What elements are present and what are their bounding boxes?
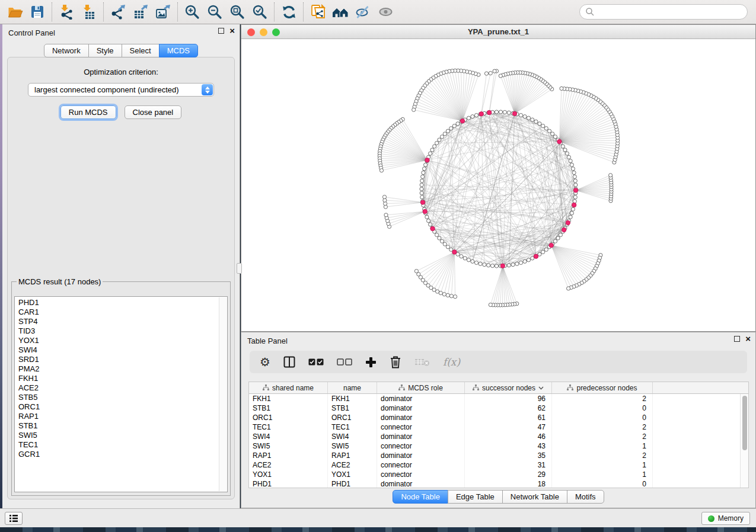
mcds-result-item[interactable]: ORC1 bbox=[18, 402, 227, 412]
network-node[interactable] bbox=[541, 250, 545, 254]
network-node[interactable] bbox=[571, 167, 575, 171]
network-node[interactable] bbox=[414, 270, 418, 273]
network-node[interactable] bbox=[489, 71, 492, 75]
network-node[interactable] bbox=[523, 115, 527, 118]
column-header-shared-name[interactable]: shared name bbox=[249, 382, 328, 393]
network-node[interactable] bbox=[560, 86, 563, 90]
mcds-result-item[interactable]: GCR1 bbox=[18, 450, 227, 459]
add-column-icon[interactable] bbox=[365, 357, 377, 368]
network-node[interactable] bbox=[382, 195, 386, 198]
table-scrollbar[interactable] bbox=[740, 394, 748, 488]
network-node[interactable] bbox=[527, 116, 530, 120]
mcds-hub-node[interactable] bbox=[557, 139, 562, 143]
mcds-hub-node[interactable] bbox=[452, 250, 457, 254]
close-panel-icon[interactable]: × bbox=[229, 28, 235, 34]
network-node[interactable] bbox=[440, 239, 444, 243]
select-all-icon[interactable] bbox=[308, 358, 324, 366]
network-node[interactable] bbox=[570, 163, 573, 166]
network-node[interactable] bbox=[571, 207, 575, 211]
network-node[interactable] bbox=[499, 74, 502, 78]
minimize-window-icon[interactable] bbox=[260, 28, 267, 36]
network-node[interactable] bbox=[531, 257, 534, 260]
network-canvas[interactable] bbox=[241, 39, 755, 331]
network-node[interactable] bbox=[452, 124, 456, 128]
hide-selected-icon[interactable] bbox=[352, 2, 374, 22]
scrollbar-thumb[interactable] bbox=[742, 396, 747, 450]
mcds-hub-node[interactable] bbox=[430, 226, 435, 230]
open-file-icon[interactable] bbox=[4, 2, 26, 22]
tab-network[interactable]: Network bbox=[44, 44, 89, 57]
network-node[interactable] bbox=[430, 148, 434, 152]
tab-network-table[interactable]: Network Table bbox=[502, 490, 567, 504]
network-node[interactable] bbox=[446, 129, 449, 133]
mcds-result-item[interactable]: SWI4 bbox=[18, 345, 227, 355]
network-node[interactable] bbox=[523, 259, 527, 263]
network-node[interactable] bbox=[429, 223, 432, 226]
network-node[interactable] bbox=[507, 264, 511, 267]
memory-button[interactable]: Memory bbox=[701, 512, 750, 525]
network-node[interactable] bbox=[487, 264, 490, 267]
network-node[interactable] bbox=[421, 175, 425, 178]
network-node[interactable] bbox=[563, 148, 567, 152]
mcds-result-item[interactable]: PMA2 bbox=[18, 364, 227, 374]
mcds-result-item[interactable]: FKH1 bbox=[18, 374, 227, 383]
network-node[interactable] bbox=[438, 138, 441, 142]
mcds-result-item[interactable]: TEC1 bbox=[18, 440, 227, 450]
list-scrollbar[interactable] bbox=[219, 297, 227, 491]
table-settings-icon[interactable]: ⚙ bbox=[260, 356, 270, 368]
tab-select[interactable]: Select bbox=[122, 44, 160, 57]
network-node[interactable] bbox=[538, 122, 541, 126]
network-node[interactable] bbox=[495, 110, 498, 114]
network-node[interactable] bbox=[479, 262, 482, 265]
network-node[interactable] bbox=[503, 110, 506, 114]
zoom-selected-icon[interactable] bbox=[248, 2, 271, 22]
refresh-icon[interactable] bbox=[277, 2, 300, 22]
network-node[interactable] bbox=[420, 187, 423, 191]
network-node[interactable] bbox=[460, 255, 463, 258]
zoom-out-icon[interactable] bbox=[203, 2, 226, 22]
network-node[interactable] bbox=[569, 159, 572, 163]
network-node[interactable] bbox=[443, 242, 446, 246]
network-node[interactable] bbox=[556, 236, 560, 240]
network-node[interactable] bbox=[569, 215, 572, 219]
first-neighbors-icon[interactable] bbox=[329, 2, 352, 22]
duplicate-network-icon[interactable] bbox=[307, 2, 329, 22]
network-node[interactable] bbox=[519, 261, 522, 264]
table-row-SWI4[interactable]: SWI4SWI4dominator462 bbox=[249, 432, 748, 441]
delete-table-icon[interactable] bbox=[414, 357, 430, 367]
float-panel-icon[interactable] bbox=[218, 28, 224, 34]
network-node[interactable] bbox=[424, 163, 428, 166]
mcds-result-item[interactable]: STB1 bbox=[18, 421, 227, 431]
mcds-hub-node[interactable] bbox=[420, 200, 425, 204]
tab-node-table[interactable]: Node Table bbox=[393, 490, 448, 504]
network-node[interactable] bbox=[483, 263, 486, 267]
tab-style[interactable]: Style bbox=[88, 44, 122, 57]
tab-edge-table[interactable]: Edge Table bbox=[448, 490, 503, 504]
float-panel-icon[interactable] bbox=[734, 336, 740, 342]
network-node[interactable] bbox=[609, 174, 613, 177]
network-node[interactable] bbox=[474, 261, 478, 264]
network-node[interactable] bbox=[491, 264, 495, 268]
show-panels-button[interactable] bbox=[5, 512, 23, 525]
network-node[interactable] bbox=[425, 215, 429, 219]
network-node[interactable] bbox=[440, 135, 444, 139]
mcds-result-item[interactable]: PHD1 bbox=[18, 298, 227, 307]
network-node[interactable] bbox=[544, 127, 548, 130]
network-node[interactable] bbox=[484, 72, 488, 75]
network-node[interactable] bbox=[420, 183, 423, 187]
network-node[interactable] bbox=[565, 152, 569, 155]
table-row-ORC1[interactable]: ORC1ORC1dominator610 bbox=[249, 413, 748, 422]
column-layout-icon[interactable] bbox=[283, 356, 295, 368]
table-row-PHD1[interactable]: PHD1PHD1dominator180 bbox=[249, 479, 748, 488]
table-row-RAP1[interactable]: RAP1RAP1dominator352 bbox=[249, 451, 748, 460]
network-node[interactable] bbox=[561, 145, 564, 148]
table-row-SWI5[interactable]: SWI5SWI5connector431 bbox=[249, 441, 748, 451]
network-node[interactable] bbox=[548, 129, 551, 133]
network-node[interactable] bbox=[467, 258, 470, 262]
criterion-dropdown[interactable]: largest connected component (undirected) bbox=[28, 83, 214, 97]
network-node[interactable] bbox=[573, 179, 577, 182]
network-node[interactable] bbox=[534, 120, 538, 123]
run-mcds-button[interactable]: Run MCDS bbox=[60, 105, 116, 119]
network-node[interactable] bbox=[567, 155, 570, 159]
network-node[interactable] bbox=[553, 239, 557, 243]
